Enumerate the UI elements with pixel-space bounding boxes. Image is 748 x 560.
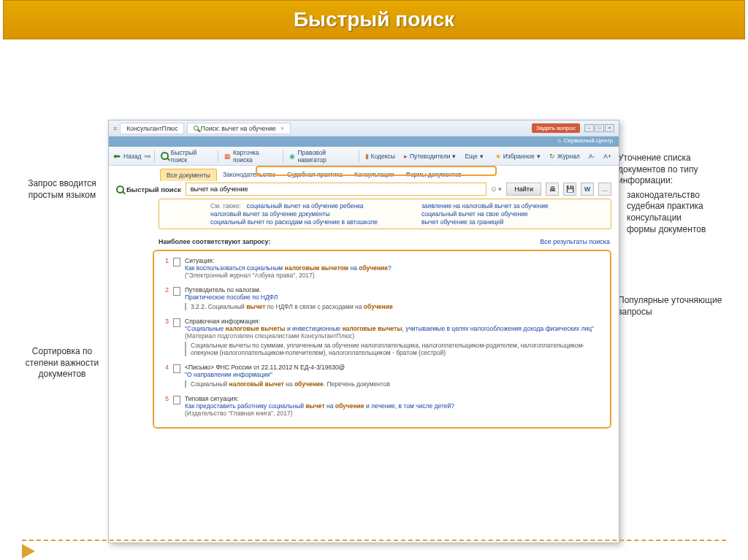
suggestion-link[interactable]: налоговый вычет за обучение документы <box>210 210 378 218</box>
filter-court[interactable]: Судебная практика <box>281 169 348 181</box>
forward-arrow-icon[interactable]: ➡ <box>144 151 151 161</box>
search-input[interactable] <box>186 183 486 196</box>
suggestion-link[interactable]: вычет обучение за границей <box>421 218 549 226</box>
suggestion-link[interactable]: социальный вычет по расходам на обучение… <box>210 218 378 226</box>
guide-icon: ▸ <box>404 153 408 160</box>
word-export-icon[interactable]: W <box>581 183 594 196</box>
toolbar-quick-search[interactable]: Быстрый поиск <box>158 147 215 165</box>
result-item[interactable]: 2 Путеводитель по налогам. Практическое … <box>160 283 604 315</box>
document-icon <box>173 287 180 296</box>
card-icon: ▦ <box>224 153 231 160</box>
search-label: Быстрый поиск <box>116 185 181 193</box>
save-icon[interactable]: 💾 <box>563 183 576 196</box>
toolbar-card-search[interactable]: ▦Карточка поиска <box>221 147 280 165</box>
toolbar-favorites[interactable]: ★Избранное ▾ <box>492 151 543 161</box>
document-icon <box>173 364 180 373</box>
toolbar-guide[interactable]: ▸Путеводители ▾ <box>401 151 459 161</box>
annotation-popular-queries: Популярные уточняющие запросы <box>618 295 735 318</box>
toolbar-codex[interactable]: ▮Кодексы <box>362 151 398 161</box>
compass-icon: ◉ <box>289 153 295 160</box>
service-bar: ☼ Сервисный Центр <box>109 137 619 147</box>
star-icon: ★ <box>495 153 501 160</box>
slide-title: Быстрый поиск <box>3 0 745 39</box>
toolbar-journal[interactable]: ↻Журнал <box>546 151 583 161</box>
filter-forms[interactable]: Формы документов <box>400 169 467 181</box>
footer-divider <box>22 540 726 541</box>
search-icon <box>116 185 124 193</box>
more-tools-icon[interactable]: … <box>598 183 611 196</box>
main-toolbar: ⬅ Назад ➡ Быстрый поиск ▦Карточка поиска… <box>109 147 619 166</box>
see-also-label: См. также: <box>210 202 241 210</box>
minimize-icon[interactable]: – <box>584 124 594 132</box>
close-tab-icon[interactable]: × <box>280 125 284 132</box>
book-icon: ▮ <box>365 153 369 160</box>
print-icon[interactable]: 🖶 <box>546 183 559 196</box>
title-bar: ≡ КонсультантПлюс Поиск: вычет на обучен… <box>109 120 619 137</box>
app-window: ≡ КонсультантПлюс Поиск: вычет на обучен… <box>108 120 619 543</box>
result-item[interactable]: 1 Ситуация: Как воспользоваться социальн… <box>160 254 604 283</box>
app-logo-icon: ≡ <box>113 125 117 132</box>
document-icon <box>173 318 180 327</box>
clock-icon: ↻ <box>549 153 555 160</box>
suggestion-link[interactable]: социальный вычет на обучение ребенка <box>247 202 364 210</box>
filter-tabs: Все документы Законодательство Судебная … <box>109 166 619 181</box>
annotation-filter-types: Уточнение списка документов по типу инфо… <box>618 153 735 235</box>
find-button[interactable]: Найти <box>506 183 541 196</box>
search-icon <box>161 152 169 160</box>
results-list: 1 Ситуация: Как воспользоваться социальн… <box>153 250 611 429</box>
document-icon <box>173 396 180 404</box>
annotation-query-language: Запрос вводится простым языком <box>22 178 102 201</box>
result-item[interactable]: 4 <Письмо> ФНС России от 22.11.2012 N ЕД… <box>160 361 604 392</box>
document-icon <box>173 258 180 266</box>
search-row: Быстрый поиск ⊙ ▾ Найти 🖶 💾 W … <box>109 181 619 199</box>
filter-all[interactable]: Все документы <box>160 169 217 181</box>
close-icon[interactable]: × <box>605 124 614 132</box>
back-label[interactable]: Назад <box>123 153 141 160</box>
result-item[interactable]: 3 Справочная информация: "Социальные нал… <box>160 315 604 361</box>
footer-arrow-icon <box>22 544 35 559</box>
tab-home[interactable]: КонсультантПлюс <box>120 123 184 134</box>
search-icon <box>194 126 199 131</box>
see-also-box: См. также:социальный вычет на обучение р… <box>159 199 611 229</box>
suggestion-link[interactable]: заявление на налоговый вычет за обучение <box>421 202 549 210</box>
maximize-icon[interactable]: □ <box>595 124 604 132</box>
back-arrow-icon[interactable]: ⬅ <box>113 151 121 161</box>
toolbar-more[interactable]: Еще ▾ <box>462 151 486 161</box>
toolbar-navigator[interactable]: ◉Правовой навигатор <box>286 147 355 165</box>
results-header: Наиболее соответствуют запросу: Все резу… <box>109 234 619 248</box>
filter-law[interactable]: Законодательство <box>217 169 281 181</box>
results-title: Наиболее соответствуют запросу: <box>159 238 270 245</box>
filter-consult[interactable]: Консультации <box>348 169 400 181</box>
result-item[interactable]: 5 Типовая ситуация: Как предоставить раб… <box>160 392 604 421</box>
all-results-link[interactable]: Все результаты поиска <box>540 238 610 245</box>
font-smaller[interactable]: A- <box>586 151 598 161</box>
dropdown-chevron-icon[interactable]: ⊙ ▾ <box>491 185 503 193</box>
annotation-sorting: Сортировка по степени важности документо… <box>22 346 102 380</box>
ask-question-button[interactable]: Задать вопрос <box>532 123 580 133</box>
font-larger[interactable]: A+ <box>600 151 614 161</box>
suggestion-link[interactable]: социальный вычет на свое обучение <box>421 210 549 218</box>
tab-search[interactable]: Поиск: вычет на обучение × <box>187 123 291 134</box>
